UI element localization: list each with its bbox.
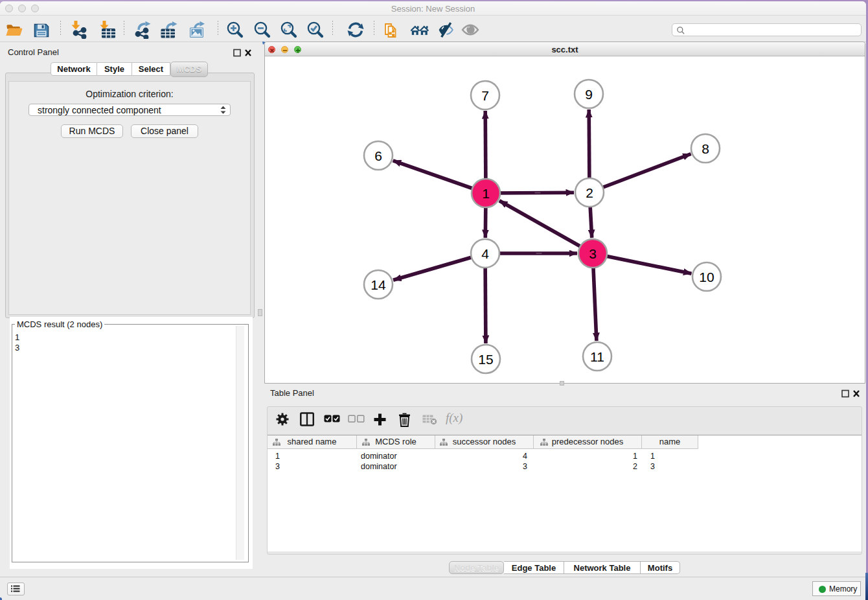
svg-text:11: 11 — [590, 349, 604, 364]
svg-text:15: 15 — [478, 352, 493, 367]
svg-text:9: 9 — [585, 87, 593, 102]
svg-text:8: 8 — [702, 141, 709, 156]
svg-text:10: 10 — [699, 270, 714, 284]
svg-text:7: 7 — [481, 88, 489, 103]
svg-text:1: 1 — [482, 186, 490, 201]
svg-text:2: 2 — [586, 185, 593, 200]
svg-text:6: 6 — [374, 148, 382, 163]
svg-text:3: 3 — [589, 246, 597, 261]
svg-text:14: 14 — [371, 277, 386, 292]
svg-text:4: 4 — [481, 246, 489, 261]
